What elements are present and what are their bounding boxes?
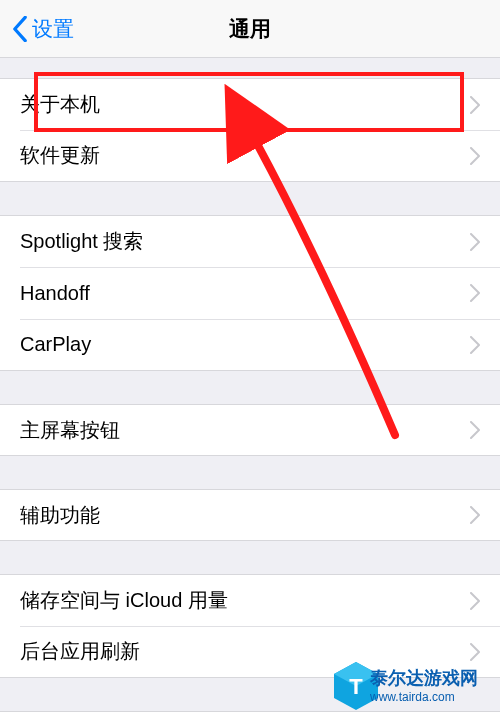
back-button[interactable]: 设置 [0, 15, 74, 43]
settings-general-screen: 设置 通用 关于本机软件更新Spotlight 搜索HandoffCarPlay… [0, 0, 500, 714]
page-title: 通用 [0, 15, 500, 43]
settings-row-handoff[interactable]: Handoff [0, 267, 500, 319]
chevron-right-icon [470, 284, 480, 302]
settings-row-label: 储存空间与 iCloud 用量 [20, 587, 470, 614]
chevron-left-icon [12, 16, 28, 42]
chevron-right-icon [470, 147, 480, 165]
settings-row-label: 辅助功能 [20, 502, 470, 529]
settings-row-label: Spotlight 搜索 [20, 228, 470, 255]
settings-row-label: Handoff [20, 282, 470, 305]
settings-group: 储存空间与 iCloud 用量后台应用刷新 [0, 574, 500, 678]
settings-group: 主屏幕按钮 [0, 404, 500, 456]
back-label: 设置 [32, 15, 74, 43]
navbar: 设置 通用 [0, 0, 500, 58]
settings-row-关于本机[interactable]: 关于本机 [0, 78, 500, 130]
chevron-right-icon [470, 643, 480, 661]
settings-row-spotlight-搜索[interactable]: Spotlight 搜索 [0, 215, 500, 267]
chevron-right-icon [470, 336, 480, 354]
settings-row-label: 主屏幕按钮 [20, 417, 470, 444]
settings-row-主屏幕按钮[interactable]: 主屏幕按钮 [0, 404, 500, 456]
settings-group: 关于本机软件更新 [0, 78, 500, 182]
chevron-right-icon [470, 233, 480, 251]
settings-row-carplay[interactable]: CarPlay [0, 319, 500, 371]
chevron-right-icon [470, 96, 480, 114]
settings-row-label: CarPlay [20, 333, 470, 356]
chevron-right-icon [470, 592, 480, 610]
settings-row-软件更新[interactable]: 软件更新 [0, 130, 500, 182]
chevron-right-icon [470, 421, 480, 439]
chevron-right-icon [470, 506, 480, 524]
settings-group: Spotlight 搜索HandoffCarPlay [0, 215, 500, 371]
settings-row-label: 后台应用刷新 [20, 638, 470, 665]
settings-row-辅助功能[interactable]: 辅助功能 [0, 489, 500, 541]
settings-group: 辅助功能 [0, 489, 500, 541]
settings-row-后台应用刷新[interactable]: 后台应用刷新 [0, 626, 500, 678]
settings-row-label: 关于本机 [20, 91, 470, 118]
settings-row-储存空间与-icloud-用量[interactable]: 储存空间与 iCloud 用量 [0, 574, 500, 626]
settings-row-label: 软件更新 [20, 142, 470, 169]
